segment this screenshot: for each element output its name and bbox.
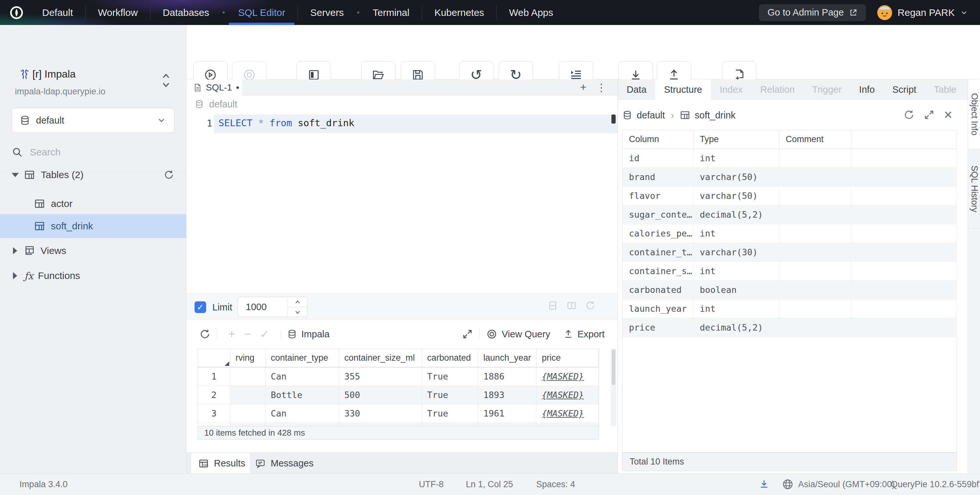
results-scrollbar[interactable]: [611, 349, 616, 426]
col-header[interactable]: Comment: [779, 130, 851, 148]
breadcrumb-db[interactable]: default: [637, 110, 665, 121]
cursor-position[interactable]: Ln 1, Col 25: [466, 479, 513, 490]
col-header[interactable]: container_type: [266, 349, 339, 367]
row-number[interactable]: 3: [198, 404, 230, 423]
table-row[interactable]: calories_pe…int: [622, 224, 957, 243]
expand-panel-icon[interactable]: [924, 109, 935, 120]
tree-group-tables[interactable]: Tables (2): [0, 165, 186, 184]
editor-scrollbar-thumb[interactable]: [611, 115, 616, 124]
col-header[interactable]: Column: [622, 130, 693, 148]
panel-tab-data[interactable]: Data: [618, 80, 655, 100]
cell[interactable]: 1961: [478, 404, 536, 423]
panel-tab-privileges[interactable]: Pr: [965, 80, 968, 100]
cell[interactable]: [230, 404, 266, 423]
cell[interactable]: Bottle: [266, 386, 339, 404]
go-to-admin-page-button[interactable]: Go to Admin Page: [759, 4, 865, 21]
query-tab-sql-1[interactable]: SQL-1 •: [186, 80, 242, 96]
table-row[interactable]: container_t…varchar(30): [622, 243, 957, 262]
cell[interactable]: True: [422, 367, 478, 386]
tab-results[interactable]: SQL Results: [191, 453, 250, 474]
download-icon[interactable]: [759, 479, 770, 490]
panel-tab-info[interactable]: Info: [850, 80, 883, 100]
nav-item-sql-editor[interactable]: SQL Editor: [226, 0, 298, 25]
nav-item-terminal[interactable]: Terminal: [361, 0, 422, 25]
export-results-icon[interactable]: [563, 329, 573, 339]
table-row[interactable]: sugar_conte…decimal(5,2): [622, 205, 957, 224]
tab-menu-kebab-icon[interactable]: ⋮: [596, 81, 606, 94]
select-all-header[interactable]: [198, 349, 230, 367]
table-row[interactable]: idint: [622, 148, 957, 168]
col-header[interactable]: [851, 130, 957, 148]
apply-changes-icon[interactable]: ✓: [260, 327, 269, 340]
breadcrumb-table[interactable]: soft_drink: [695, 110, 735, 121]
connection-switcher-icon[interactable]: [161, 72, 172, 89]
nav-item-kubernetes[interactable]: Kubernetes: [422, 0, 496, 25]
delete-row-icon[interactable]: −: [244, 327, 251, 341]
add-row-icon[interactable]: +: [228, 327, 235, 341]
refresh-icon[interactable]: [904, 109, 915, 120]
results-grid[interactable]: rving container_type container_size_ml c…: [197, 349, 599, 426]
panel-tab-relation[interactable]: Relation: [751, 80, 803, 100]
cell[interactable]: 355: [339, 367, 422, 386]
timezone[interactable]: Asia/Seoul (GMT+09:00): [798, 479, 895, 490]
table-row[interactable]: pricedecimal(5,2): [622, 318, 957, 337]
cell[interactable]: 500: [339, 386, 422, 404]
caret-right-icon[interactable]: [13, 272, 17, 279]
panel-tab-index[interactable]: Index: [711, 80, 751, 100]
refresh-icon[interactable]: [199, 329, 210, 340]
tab-messages[interactable]: Messages: [255, 453, 313, 474]
cell[interactable]: True: [422, 423, 478, 426]
split-vertical-icon[interactable]: [566, 300, 577, 311]
user-menu[interactable]: Regan PARK: [877, 5, 968, 21]
expand-results-icon[interactable]: [462, 329, 473, 340]
table-row[interactable]: 1 Can 355 True 1886 {MASKED}: [198, 367, 599, 386]
tree-item-soft-drink[interactable]: soft_drink: [0, 214, 186, 238]
panel-tab-script[interactable]: Script: [883, 80, 925, 100]
table-row[interactable]: 4 Bottle 591 True 1943 {MASKED}: [198, 423, 599, 426]
cell[interactable]: [230, 367, 266, 386]
panel-tab-trigger[interactable]: Trigger: [803, 80, 850, 100]
tree-group-functions[interactable]: ƒx Functions: [0, 266, 186, 285]
caret-right-icon[interactable]: [13, 247, 17, 254]
nav-item-servers[interactable]: Servers: [298, 0, 356, 25]
nav-item-default[interactable]: Default: [30, 0, 85, 25]
col-header[interactable]: container_size_ml: [339, 349, 422, 367]
results-header-row[interactable]: rving container_type container_size_ml c…: [198, 349, 599, 367]
cell[interactable]: {MASKED}: [536, 367, 599, 386]
view-query-icon[interactable]: [486, 329, 497, 340]
nav-item-workflow[interactable]: Workflow: [86, 0, 150, 25]
side-tab-object-info[interactable]: Object Info: [968, 80, 980, 149]
table-row[interactable]: brandvarchar(50): [622, 168, 957, 186]
panel-tab-table[interactable]: Table: [925, 80, 965, 100]
limit-checkbox[interactable]: ✓: [194, 301, 206, 313]
nav-item-databases[interactable]: Databases: [150, 0, 221, 25]
cell[interactable]: Can: [266, 404, 339, 423]
export-results-label[interactable]: Export: [578, 329, 605, 340]
cell[interactable]: {MASKED}: [536, 404, 599, 423]
cell[interactable]: 1943: [478, 423, 536, 426]
scrollbar-thumb[interactable]: [612, 349, 615, 385]
table-row[interactable]: launch_yearint: [622, 299, 957, 318]
cell[interactable]: Bottle: [266, 423, 339, 426]
step-up-icon[interactable]: [294, 299, 301, 305]
row-number[interactable]: 2: [198, 386, 230, 404]
cell[interactable]: 591: [339, 423, 422, 426]
table-row[interactable]: carbonatedboolean: [622, 280, 957, 299]
cell[interactable]: {MASKED}: [536, 423, 599, 426]
col-header[interactable]: Type: [693, 130, 779, 148]
col-header[interactable]: price: [536, 349, 599, 367]
cell[interactable]: Can: [266, 367, 339, 386]
new-tab-icon[interactable]: +: [580, 81, 587, 93]
caret-down-icon[interactable]: [12, 173, 19, 177]
table-row[interactable]: container_s…int: [622, 262, 957, 280]
table-row[interactable]: 2 Bottle 500 True 1893 {MASKED}: [198, 386, 599, 404]
refresh-icon[interactable]: [585, 300, 595, 311]
cell[interactable]: 1893: [478, 386, 536, 404]
sql-code-line[interactable]: SELECT * from soft_drink: [218, 117, 354, 128]
refresh-icon[interactable]: [164, 170, 174, 180]
panel-tab-structure[interactable]: Structure: [655, 80, 711, 100]
col-header[interactable]: launch_year: [478, 349, 536, 367]
structure-table[interactable]: Column Type Comment idint brandvarchar(5…: [622, 130, 957, 452]
encoding[interactable]: UTF-8: [419, 479, 444, 490]
cell[interactable]: True: [422, 386, 478, 404]
